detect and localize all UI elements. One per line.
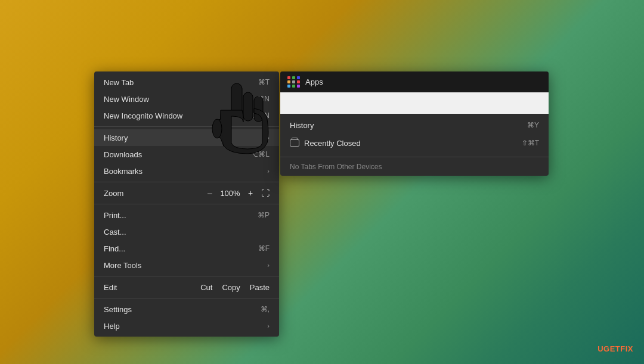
menu-item-bookmarks-label: Bookmarks (104, 167, 262, 176)
menu-item-history[interactable]: History › (94, 129, 279, 146)
menu-item-settings-label: Settings (104, 305, 261, 314)
apps-dot-4 (287, 80, 290, 83)
menu-item-incognito-shortcut: ⇧⌘N (251, 111, 270, 120)
watermark: UGETFIX (597, 344, 633, 353)
menu-item-incognito-label: New Incognito Window (104, 111, 251, 120)
menu-item-bookmarks[interactable]: Bookmarks › (94, 163, 279, 179)
submenu-history-label: History (290, 121, 527, 130)
help-arrow-icon: › (267, 322, 270, 329)
submenu-history-shortcut: ⌘Y (527, 121, 539, 129)
menu-item-find-label: Find... (104, 244, 258, 253)
zoom-plus-button[interactable]: + (244, 188, 256, 198)
menu-item-zoom: Zoom – 100% + ⛶ (94, 185, 279, 201)
menu-item-more-tools[interactable]: More Tools › (94, 257, 279, 273)
menu-item-more-tools-label: More Tools (104, 261, 262, 270)
recently-closed-label: Recently Closed (304, 139, 522, 148)
submenu-header: Apps (280, 71, 549, 92)
menu-item-downloads[interactable]: Downloads ⌥⌘L (94, 146, 279, 163)
history-submenu: Apps History ⌘Y Recently Closed ⇧⌘T No T… (280, 71, 549, 176)
apps-dot-2 (292, 76, 295, 79)
menu-item-downloads-label: Downloads (104, 150, 250, 159)
menu-item-print[interactable]: Print... ⌘P (94, 207, 279, 223)
edit-actions: Cut Copy Paste (200, 283, 270, 292)
menu-item-settings-shortcut: ⌘, (261, 305, 270, 313)
apps-label[interactable]: Apps (305, 77, 323, 86)
tab-icon (290, 139, 299, 147)
submenu-body: History ⌘Y Recently Closed ⇧⌘T (280, 114, 549, 154)
context-menu-container: New Tab ⌘T New Window ⌘N New Incognito W… (94, 71, 549, 337)
menu-item-edit-row: Edit Cut Copy Paste (94, 279, 279, 295)
apps-dot-1 (287, 76, 290, 79)
divider-2 (94, 182, 279, 182)
more-tools-arrow-icon: › (267, 262, 270, 269)
watermark-suffix: FIX (620, 344, 633, 353)
apps-dot-9 (297, 85, 300, 88)
menu-item-help-label: Help (104, 322, 262, 331)
apps-icon (287, 76, 301, 88)
apps-dot-7 (287, 85, 290, 88)
menu-item-new-tab-shortcut: ⌘T (258, 78, 270, 86)
watermark-prefix: U (597, 344, 603, 353)
zoom-label: Zoom (104, 189, 204, 198)
main-menu: New Tab ⌘T New Window ⌘N New Incognito W… (94, 71, 279, 337)
menu-item-cast-label: Cast... (104, 228, 270, 237)
browser-address-bar (280, 92, 549, 114)
menu-item-new-window-shortcut: ⌘N (257, 95, 270, 103)
apps-dot-6 (297, 80, 300, 83)
menu-item-history-label: History (104, 133, 262, 142)
submenu-item-recently-closed[interactable]: Recently Closed ⇧⌘T (280, 134, 549, 152)
apps-dot-8 (292, 85, 295, 88)
menu-item-print-label: Print... (104, 211, 258, 220)
bookmarks-arrow-icon: › (267, 167, 270, 175)
menu-item-new-tab[interactable]: New Tab ⌘T (94, 74, 279, 91)
divider-5 (94, 298, 279, 298)
zoom-controls: – 100% + ⛶ (204, 188, 270, 198)
submenu-footer: No Tabs From Other Devices (280, 157, 549, 176)
apps-dot-3 (297, 76, 300, 79)
watermark-accent: GET (603, 344, 620, 353)
menu-item-help[interactable]: Help › (94, 318, 279, 334)
no-tabs-label: No Tabs From Other Devices (290, 163, 382, 171)
menu-item-new-window[interactable]: New Window ⌘N (94, 91, 279, 107)
edit-label: Edit (104, 283, 151, 292)
copy-button[interactable]: Copy (222, 283, 240, 292)
menu-item-print-shortcut: ⌘P (258, 211, 270, 219)
menu-item-cast[interactable]: Cast... (94, 223, 279, 240)
cut-button[interactable]: Cut (200, 283, 212, 292)
zoom-value-display: 100% (218, 189, 242, 198)
menu-item-new-window-label: New Window (104, 95, 257, 104)
divider-4 (94, 276, 279, 276)
recently-closed-shortcut: ⇧⌘T (522, 139, 539, 147)
history-arrow-icon: › (267, 134, 270, 141)
menu-item-incognito[interactable]: New Incognito Window ⇧⌘N (94, 107, 279, 124)
apps-dot-5 (292, 80, 295, 83)
zoom-minus-button[interactable]: – (204, 188, 216, 198)
menu-item-settings[interactable]: Settings ⌘, (94, 301, 279, 318)
menu-item-find-shortcut: ⌘F (258, 244, 270, 253)
submenu-item-history[interactable]: History ⌘Y (280, 116, 549, 134)
fullscreen-icon[interactable]: ⛶ (261, 188, 270, 198)
menu-item-find[interactable]: Find... ⌘F (94, 240, 279, 257)
divider-3 (94, 204, 279, 204)
divider-1 (94, 126, 279, 127)
menu-item-downloads-shortcut: ⌥⌘L (250, 150, 270, 158)
menu-item-new-tab-label: New Tab (104, 78, 258, 87)
paste-button[interactable]: Paste (250, 283, 270, 292)
